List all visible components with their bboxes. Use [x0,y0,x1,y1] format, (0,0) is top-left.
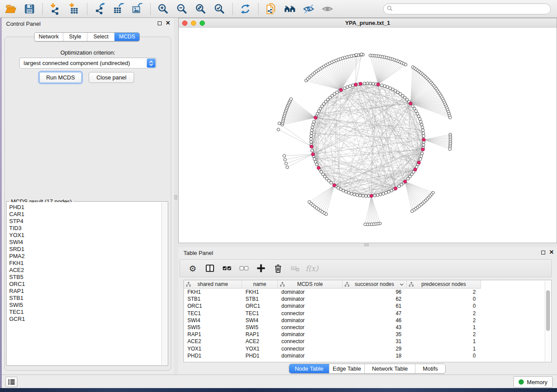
network-window-title: YPA_prune.txt_1 [179,20,557,26]
list-icon [7,378,15,385]
table-row-SWI4[interactable]: SWI4SWI4dominator462 [184,317,545,324]
add-column-icon[interactable] [254,263,267,274]
control-panel-title: Control Panel [6,21,41,27]
close-panel-icon[interactable]: ✕ [166,20,170,27]
splitter-grip[interactable] [364,244,369,246]
export-network-icon[interactable] [93,2,107,16]
select-all-rows-icon[interactable] [220,263,233,274]
search-input[interactable] [393,5,550,13]
criterion-select[interactable]: largest connected component (undirected) [19,58,156,69]
zoom-fit-icon[interactable] [194,2,208,16]
table-row-FKH1[interactable]: FKH1FKH1dominator962 [184,289,545,296]
mcds-result-item[interactable]: STP4 [9,218,161,225]
tab-style[interactable]: Style [63,33,87,41]
tab-network[interactable]: Network [35,33,63,41]
table-settings-gear-icon[interactable]: ⚙ [186,263,199,274]
run-mcds-button[interactable]: Run MCDS [39,72,82,83]
open-file-icon[interactable] [3,2,17,16]
network-canvas[interactable] [179,28,557,243]
cell-shared-name: SWI5 [184,324,242,331]
mcds-result-list[interactable]: PHD1CAR1STP4TID3YOX1SWI4SRD1PMA2FKH1ACE2… [7,202,161,365]
zoom-in-icon[interactable] [156,2,170,16]
mcds-result-item[interactable]: GCR1 [9,316,161,323]
delete-columns-icon[interactable] [271,263,284,274]
homes-icon[interactable] [283,2,297,16]
export-image-icon[interactable] [130,2,144,16]
mcds-result-item[interactable]: FKH1 [9,260,161,267]
zoom-selected-icon[interactable] [212,2,226,16]
cell-MCDS-role: connector [278,310,343,317]
mcds-result-item[interactable]: PMA2 [9,253,161,260]
table-row-TEC1[interactable]: TEC1TEC1connector472 [184,310,545,317]
mcds-result-item[interactable]: TEC1 [9,309,161,316]
mcds-result-item[interactable]: YOX1 [9,232,161,239]
mcds-result-item[interactable]: SWI4 [9,239,161,246]
cell-predecessor-nodes: 2 [407,331,481,338]
tab-network-table[interactable]: Network Table [364,364,415,373]
import-network-icon[interactable] [48,2,62,16]
share-document-icon[interactable] [264,2,278,16]
close-panel-button[interactable]: Close panel [89,72,134,83]
splitter-grip[interactable] [174,195,177,199]
import-table-icon[interactable] [67,2,81,16]
tab-edge-table[interactable]: Edge Table [329,364,364,373]
table-row-ACE2[interactable]: ACE2ACE2connector311 [184,338,545,345]
mcds-result-item[interactable]: SRD1 [9,246,161,253]
cell-MCDS-role: dominator [278,352,343,359]
mcds-result-item[interactable]: CAR1 [9,211,161,218]
column-header-MCDS-role[interactable]: MCDS role [278,280,343,289]
mcds-result-item[interactable]: STB1 [9,295,161,302]
scrollbar-thumb[interactable] [546,290,550,331]
network-window: YPA_prune.txt_1 [178,18,557,243]
deselect-all-rows-icon[interactable] [237,263,250,274]
cell-shared-name: ORC1 [184,303,242,309]
horizontal-splitter[interactable] [178,243,557,247]
zoom-out-icon[interactable] [175,2,189,16]
tab-select[interactable]: Select [87,33,114,41]
mcds-result-item[interactable]: ORC1 [9,281,161,288]
mcds-result-item[interactable]: SWI5 [9,302,161,309]
close-panel-icon[interactable]: ✕ [549,249,554,256]
save-session-icon[interactable] [22,2,36,16]
table-row-STB1[interactable]: STB1STB1dominator620 [184,296,545,303]
table-row-ORC1[interactable]: ORC1ORC1dominator610 [184,303,545,309]
column-layout-icon[interactable] [203,263,216,274]
column-header-shared-name[interactable]: shared name [184,280,242,289]
mcds-result-item[interactable]: ACE2 [9,267,161,274]
column-header-predecessor-nodes[interactable]: predecessor nodes [407,280,481,289]
table-row-RAP1[interactable]: RAP1RAP1dominator352 [184,331,545,338]
tab-motifs[interactable]: Motifs [415,364,445,373]
table-toolbar: ⚙f(x) [180,259,552,277]
hide-panels-icon[interactable] [301,2,315,16]
vertical-splitter[interactable] [174,18,178,375]
float-panel-icon[interactable] [158,21,162,25]
memory-button[interactable]: Memory [513,376,553,388]
cell-name: FKH1 [242,289,278,296]
column-header-successor-nodes[interactable]: successor nodes [343,280,407,289]
cell-shared-name: RAP1 [184,331,242,338]
mcds-result-item[interactable]: TID3 [9,225,161,232]
export-table-icon[interactable] [111,2,125,16]
mcds-result-item[interactable]: PHD1 [9,204,161,211]
cell-predecessor-nodes: 0 [407,303,481,309]
refresh-layout-icon[interactable] [238,2,252,16]
table-row-YOX1[interactable]: YOX1YOX1connector291 [184,345,545,352]
table-row-PHD1[interactable]: PHD1PHD1dominator180 [184,352,545,359]
mcds-result-item[interactable]: RAP1 [9,288,161,295]
float-panel-icon[interactable] [541,251,545,254]
table-row-SWI5[interactable]: SWI5SWI5connector431 [184,324,545,331]
cell-predecessor-nodes: 1 [407,345,481,352]
tab-node-table[interactable]: Node Table [289,364,329,373]
table-scrollbar[interactable] [545,281,551,361]
cell-successor-nodes: 18 [343,352,407,359]
cell-name: ORC1 [242,303,278,309]
cell-successor-nodes: 61 [343,303,407,309]
mcds-result-scrollbar[interactable] [161,202,167,365]
cell-shared-name: YOX1 [184,345,242,352]
mcds-result-item[interactable]: STB5 [9,274,161,281]
task-history-button[interactable] [5,377,17,387]
cell-predecessor-nodes: 2 [407,310,481,317]
column-header-name[interactable]: name [242,280,278,289]
tab-mcds[interactable]: MCDS [114,33,139,41]
cell-name: PHD1 [242,352,278,359]
